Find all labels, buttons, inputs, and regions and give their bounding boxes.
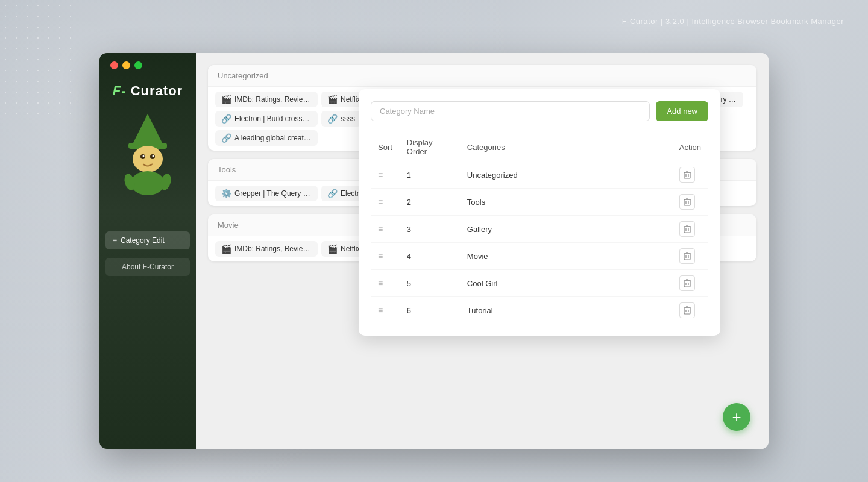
bookmark-item[interactable]: 🔗Electron | Build cross-plat...: [215, 111, 318, 127]
row-action: [672, 161, 708, 189]
delete-button[interactable]: [679, 302, 695, 318]
svg-rect-25: [684, 254, 690, 260]
row-category-name: Movie: [460, 243, 672, 270]
row-action: [672, 297, 708, 324]
traffic-light-minimize[interactable]: [122, 61, 130, 69]
svg-point-2: [133, 146, 163, 172]
row-category-name: Gallery: [460, 216, 672, 243]
bookmark-icon: 🎬: [327, 244, 338, 254]
menu-icon-category: ≡: [113, 236, 117, 245]
bookmark-item[interactable]: 🔗ssss: [321, 111, 361, 127]
bookmark-icon: 🔗: [221, 133, 231, 143]
bookmark-text: Grepper | The Query & A...: [234, 189, 312, 198]
col-header-order: Display Order: [400, 133, 460, 161]
sidebar-menu: ≡ Category Edit: [99, 225, 196, 258]
bookmark-text: Electron | Build cross-plat...: [234, 114, 312, 123]
drag-handle[interactable]: ≡: [371, 161, 400, 189]
delete-button[interactable]: [679, 194, 695, 210]
svg-rect-15: [684, 199, 690, 205]
table-row: ≡4Movie: [371, 243, 708, 270]
bookmark-icon: 🔗: [327, 114, 338, 124]
bookmark-text: IMDb: Ratings, Reviews, ...: [234, 245, 312, 253]
bookmark-text: ssss: [341, 114, 355, 123]
traffic-light-close[interactable]: [110, 61, 118, 69]
add-new-button[interactable]: Add new: [656, 101, 708, 121]
bookmark-text: A leading global creative ...: [234, 134, 312, 142]
table-row: ≡1Uncategorized: [371, 161, 708, 189]
row-order: 5: [400, 270, 460, 297]
mascot-svg: [118, 111, 178, 195]
table-row: ≡6Tutorial: [371, 297, 708, 324]
category-header: Uncategorized: [208, 65, 756, 87]
row-order: 1: [400, 161, 460, 189]
delete-button[interactable]: [679, 275, 695, 291]
delete-button[interactable]: [679, 221, 695, 237]
col-header-action: Action: [672, 133, 708, 161]
category-table: Sort Display Order Categories Action ≡1U…: [371, 133, 708, 324]
svg-point-6: [153, 155, 154, 157]
add-category-row: Add new: [371, 101, 708, 121]
svg-point-5: [143, 155, 145, 157]
row-action: [672, 189, 708, 216]
top-bar: F-Curator | 3.2.0 | Intelligence Browser…: [0, 0, 868, 42]
row-category-name: Tools: [460, 189, 672, 216]
bookmark-item[interactable]: 🎬IMDb: Ratings, Reviews, ...: [215, 92, 318, 107]
row-action: [672, 216, 708, 243]
table-row: ≡2Tools: [371, 189, 708, 216]
mascot: [118, 111, 178, 189]
sidebar-item-label-about: About F-Curator: [122, 263, 174, 271]
col-header-sort: Sort: [371, 133, 400, 161]
bookmark-icon: 🎬: [221, 244, 231, 254]
table-row: ≡5Cool Girl: [371, 270, 708, 297]
row-order: 2: [400, 189, 460, 216]
table-row: ≡3Gallery: [371, 216, 708, 243]
row-action: [672, 270, 708, 297]
traffic-lights: [110, 61, 142, 69]
delete-button[interactable]: [679, 248, 695, 264]
category-name-input[interactable]: [371, 101, 650, 121]
row-category-name: Uncategorized: [460, 161, 672, 189]
drag-handle[interactable]: ≡: [371, 243, 400, 270]
row-order: 6: [400, 297, 460, 324]
drag-handle[interactable]: ≡: [371, 297, 400, 324]
bookmark-icon: 🎬: [221, 95, 231, 104]
traffic-light-maximize[interactable]: [134, 61, 142, 69]
svg-rect-35: [684, 308, 690, 314]
drag-handle[interactable]: ≡: [371, 270, 400, 297]
bookmark-icon: 🔗: [221, 114, 231, 124]
sidebar-item-label-category: Category Edit: [121, 236, 165, 245]
row-category-name: Tutorial: [460, 297, 672, 324]
category-table-body: ≡1Uncategorized ≡2Tools ≡3Gallery ≡4Movi…: [371, 161, 708, 324]
sidebar: F- Curator: [99, 53, 196, 449]
row-action: [672, 243, 708, 270]
fab-add-button[interactable]: +: [723, 403, 750, 431]
bookmark-icon: 🎬: [327, 95, 338, 104]
top-bar-title: F-Curator | 3.2.0 | Intelligence Browser…: [622, 17, 844, 26]
table-header-row: Sort Display Order Categories Action: [371, 133, 708, 161]
delete-button[interactable]: [679, 167, 695, 183]
sidebar-item-category-edit[interactable]: ≡ Category Edit: [105, 231, 190, 249]
row-order: 3: [400, 216, 460, 243]
main-window: F- Curator: [99, 53, 769, 449]
sidebar-item-about[interactable]: About F-Curator: [105, 258, 190, 276]
drag-handle[interactable]: ≡: [371, 189, 400, 216]
sidebar-logo: F- Curator: [113, 83, 183, 99]
row-category-name: Cool Girl: [460, 270, 672, 297]
bookmark-item[interactable]: 🔗A leading global creative ...: [215, 130, 318, 146]
drag-handle[interactable]: ≡: [371, 216, 400, 243]
svg-rect-10: [684, 172, 690, 178]
col-header-categories: Categories: [460, 133, 672, 161]
bookmark-icon: 🔗: [327, 189, 338, 198]
bookmark-item[interactable]: ⚙️Grepper | The Query & A...: [215, 186, 318, 201]
main-content: Uncategorized🎬IMDb: Ratings, Reviews, ..…: [196, 53, 769, 449]
svg-marker-0: [133, 114, 163, 144]
svg-point-7: [131, 171, 165, 195]
overlay-panel: Add new Sort Display Order Categories Ac…: [359, 89, 720, 336]
row-order: 4: [400, 243, 460, 270]
svg-rect-30: [684, 281, 690, 287]
bookmark-icon: ⚙️: [221, 189, 231, 198]
svg-rect-20: [684, 227, 690, 233]
bookmark-text: IMDb: Ratings, Reviews, ...: [234, 95, 312, 104]
bookmark-item[interactable]: 🎬IMDb: Ratings, Reviews, ...: [215, 241, 318, 257]
